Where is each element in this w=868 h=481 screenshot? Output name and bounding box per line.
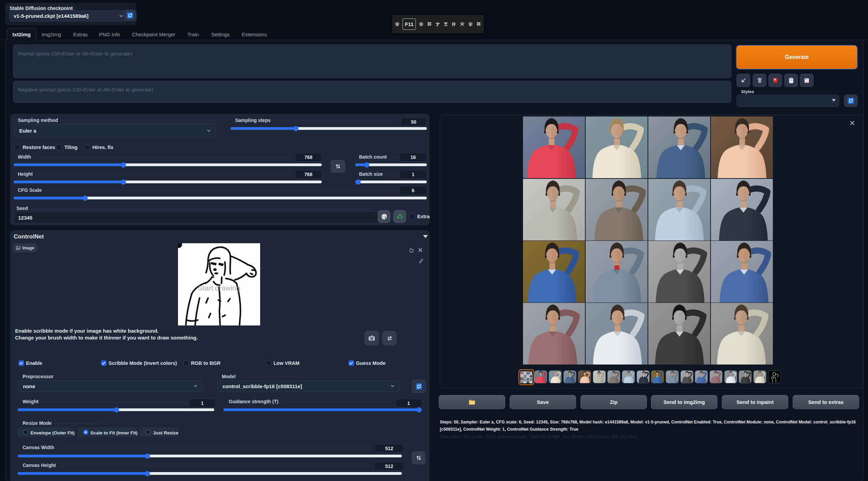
svg-text:Start drawing: Start drawing [198,284,240,292]
